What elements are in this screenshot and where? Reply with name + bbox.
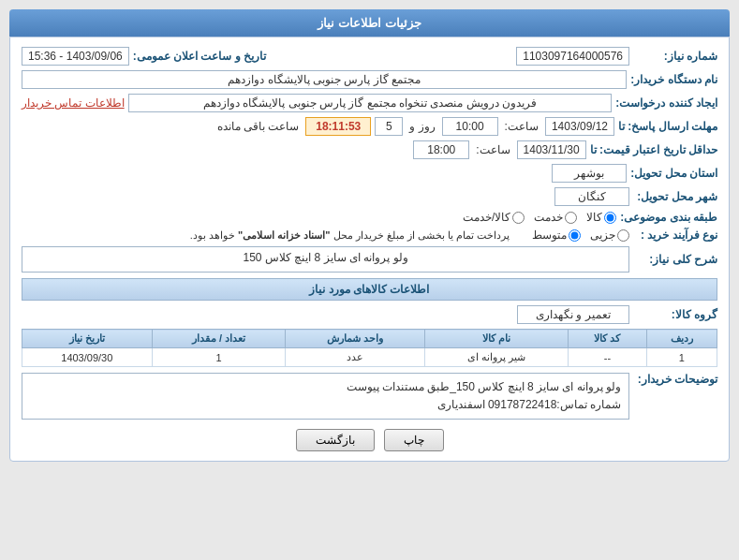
mohlat-date: 1403/09/12 [545,117,614,136]
row-tabaqe: طبقه بندی موضوعی: کالا/خدمت خدمت کالا [22,211,717,224]
mohlat-saat: 10:00 [442,117,498,136]
hadaqal-saat: 18:00 [413,140,469,159]
row-noe-farayand: نوع فرآیند خرید : متوسط جزیی پرداخت تمام… [22,228,717,242]
toshihat-label: توضیحات خریدار: [633,373,717,386]
col-nam-kala: نام کالا [425,330,569,348]
tabaqe-radio-group: کالا/خدمت خدمت کالا [463,211,616,224]
hadaqal-tarikh: 1403/11/30 [517,140,586,159]
table-header-row: ردیف کد کالا نام کالا واحد شمارش تعداد /… [22,330,717,348]
noe-farayand-label-2: متوسط [532,228,567,242]
noe-farayand-option-1: جزیی [590,228,629,242]
sharh-value: ولو پروانه ای سایز 8 اینچ کلاس 150 [243,251,407,264]
mohlat-mande-label: ساعت باقی مانده [217,120,300,133]
noe-farayand-radio-1[interactable] [617,229,629,242]
etelaat-link[interactable]: اطلاعات تماس خریدار [22,96,125,110]
mohlat-rooz-label: روز و [409,120,435,133]
page-container: جزئیات اطلاعات نیاز شماره نیاز: 11030971… [0,0,739,560]
tabaqe-label: طبقه بندی موضوعی: [620,211,717,224]
row-grohe: گروه کالا: تعمیر و نگهداری [22,305,717,324]
btn-bazgasht[interactable]: بازگشت [296,429,375,451]
toshihat-line2: شماره تماس:09178722418 اسفندیاری [437,398,621,411]
grohe-label: گروه کالا: [633,308,717,321]
tarikh-saat-label: تاریخ و ساعت اعلان عمومی: [133,50,266,63]
ijad-value: فریدون درویش منصدی تنخواه مجتمع گاز پارس… [128,94,613,112]
kala-info-title: اطلاعات کالاهای مورد نیاز [22,278,717,301]
col-vahed: واحد شمارش [286,330,425,348]
tabaqe-radio-2[interactable] [565,212,577,224]
cell-radif: 1 [646,348,717,367]
main-content: شماره نیاز: 1103097164000576 تاریخ و ساع… [9,37,730,462]
mohlat-countdown: 18:11:53 [305,117,371,136]
page-header: جزئیات اطلاعات نیاز [9,9,730,37]
mohlat-saat-label: ساعت: [505,120,539,133]
tarikh-saat-value: 1403/09/06 - 15:36 [22,47,129,66]
ijad-label: ایجاد کننده درخواست: [615,96,717,110]
tabaqe-option-3: کالا [586,211,616,224]
row-toshihat: توضیحات خریدار: ولو پروانه ای سایز 8 این… [22,373,717,420]
items-table: ردیف کد کالا نام کالا واحد شمارش تعداد /… [22,329,717,367]
tabaqe-option-1: کالا/خدمت [463,211,525,224]
cell-tarikh-niaz: 1403/09/30 [22,348,153,367]
header-title: جزئیات اطلاعات نیاز [318,16,421,30]
cell-vahed: عدد [286,348,425,367]
cell-kod-kala: -- [569,348,647,367]
col-kod-kala: کد کالا [569,330,647,348]
tabaqe-option-2: خدمت [534,211,577,224]
shomare-niaz-value: 1103097164000576 [516,47,629,66]
hadaqal-label: حداقل تاریخ اعتبار قیمت: تا [590,143,717,156]
tabaqe-label-2: خدمت [534,211,563,224]
sharh-label: شرح کلی نیاز: [633,253,717,266]
row-ijad: ایجاد کننده درخواست: فریدون درویش منصدی … [22,94,717,112]
noe-farayand-radio-group: متوسط جزیی [532,228,629,242]
noe-farayand-label-1: جزیی [590,228,615,242]
table-row: 1 -- شیر پروانه ای عدد 1 1403/09/30 [22,348,717,367]
button-row: چاپ بازگشت [22,429,717,451]
row-shahr: شهر محل تحویل: کنگان [22,187,717,206]
row-mohlat: مهلت ارسال پاسخ: تا 1403/09/12 ساعت: 10:… [22,117,717,136]
tabaqe-radio-1[interactable] [512,212,525,224]
shahr-label: شهر محل تحویل: [633,190,717,203]
tabaqe-radio-3[interactable] [604,212,616,224]
toshihat-box: ولو پروانه ای سایز 8 اینچ کلاس 150_طبق م… [22,373,629,420]
col-tedad: تعداد / مقدار [152,330,286,348]
shomare-niaz-label: شماره نیاز: [633,50,717,63]
nam-dastgah-value: مجتمع گاز پارس جنوبی پالایشگاه دوازدهم [22,70,627,89]
row-namdastgah: نام دستگاه خریدار: مجتمع گاز پارس جنوبی … [22,70,717,89]
cell-tedad: 1 [152,348,286,367]
toshihat-line1: ولو پروانه ای سایز 8 اینچ کلاس 150_طبق م… [347,380,621,393]
noe-farayand-option-2: متوسط [532,228,581,242]
note-text: پرداخت تمام یا بخشی از مبلغ خریدار محل "… [190,229,510,242]
row-shomare: شماره نیاز: 1103097164000576 تاریخ و ساع… [22,47,717,66]
btn-chap[interactable]: چاپ [384,429,444,451]
tabaqe-label-1: کالا/خدمت [463,211,510,224]
hadaqal-saat-label: ساعت: [476,143,510,156]
mohlat-label: مهلت ارسال پاسخ: تا [618,120,717,133]
ostan-label: استان محل تحویل: [630,167,717,180]
tabaqe-label-3: کالا [586,211,602,224]
nam-dastgah-label: نام دستگاه خریدار: [630,73,717,86]
row-ostan: استان محل تحویل: بوشهر [22,164,717,183]
ostan-value: بوشهر [552,164,627,183]
row-hadaqal: حداقل تاریخ اعتبار قیمت: تا 1403/11/30 س… [22,140,717,159]
noe-farayand-radio-2[interactable] [569,229,581,242]
shahr-value: کنگان [554,187,629,206]
noe-farayand-label: نوع فرآیند خرید : [633,228,717,242]
cell-nam-kala: شیر پروانه ای [425,348,569,367]
row-sharh: شرح کلی نیاز: ولو پروانه ای سایز 8 اینچ … [22,246,717,273]
col-radif: ردیف [646,330,717,348]
grohe-value: تعمیر و نگهداری [517,305,629,324]
col-tarikh-niaz: تاریخ نیاز [22,330,153,348]
sharh-box: ولو پروانه ای سایز 8 اینچ کلاس 150 [22,246,629,273]
mohlat-rooz-value: 5 [375,117,403,136]
